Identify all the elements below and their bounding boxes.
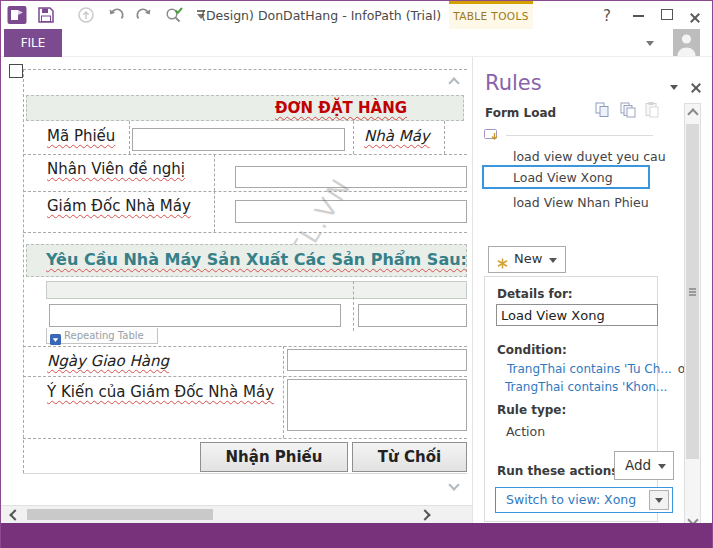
repeating-table-label: Repeating Table bbox=[64, 330, 144, 341]
infopath-app-icon[interactable] bbox=[7, 5, 27, 29]
rule-item-2-selected[interactable]: Load View Xong bbox=[482, 165, 650, 189]
rule-details-group: Details for: Condition: TrangThai contai… bbox=[484, 276, 658, 522]
giam-doc-input[interactable] bbox=[235, 200, 467, 223]
maximize-button[interactable] bbox=[661, 9, 673, 20]
canvas-scroll-up-icon[interactable] bbox=[448, 77, 459, 88]
add-action-label: Add bbox=[625, 457, 651, 473]
grid-h6 bbox=[23, 438, 467, 439]
run-actions-row: Run these actions:* bbox=[497, 460, 629, 479]
grid-h4 bbox=[23, 346, 467, 347]
label-nhan-vien: Nhân Viên đề nghị bbox=[47, 160, 185, 178]
ribbon-options-icon[interactable] bbox=[646, 41, 654, 46]
add-action-button[interactable]: Add bbox=[614, 451, 674, 480]
ma-phieu-input[interactable] bbox=[132, 128, 345, 151]
copy-rule-icon[interactable] bbox=[595, 102, 610, 122]
ngay-giao-input[interactable] bbox=[287, 349, 467, 371]
condition-line-1[interactable]: TrangThai contains 'Tu Ch...or bbox=[507, 362, 690, 376]
rules-section-header: Form Load bbox=[485, 106, 556, 120]
table-select-handle[interactable] bbox=[9, 64, 23, 78]
grid-v6 bbox=[353, 281, 354, 331]
table-tools-label: TABLE TOOLS bbox=[449, 10, 533, 22]
design-checker-icon[interactable] bbox=[164, 6, 184, 29]
horizontal-scrollbar[interactable] bbox=[1, 505, 472, 523]
label-ngay-giao: Ngày Giao Hàng bbox=[47, 352, 169, 370]
reject-button[interactable]: Từ Chối bbox=[352, 442, 467, 472]
tab-file[interactable]: FILE bbox=[4, 29, 62, 57]
paste-rule-icon[interactable] bbox=[645, 101, 659, 122]
grid-v1 bbox=[129, 121, 130, 154]
rule-item-2-label: Load View Xong bbox=[513, 170, 613, 185]
details-for-label: Details for: bbox=[497, 287, 573, 301]
rule-marker-icon bbox=[484, 128, 501, 147]
design-canvas[interactable]: ĐƠN ĐẶT HÀNG Mã Phiếu Nhà Máy Nhân Viên … bbox=[1, 57, 473, 505]
grid-v2 bbox=[353, 121, 354, 154]
rules-pane-scrollbar[interactable] bbox=[684, 103, 701, 533]
window-title: (Design) DonDatHang - InfoPath (Trial) bbox=[201, 8, 421, 23]
new-rule-dropdown-icon bbox=[549, 258, 557, 263]
section-band[interactable]: Yêu Cầu Nhà Máy Sản Xuất Các Sản Phẩm Sa… bbox=[26, 244, 467, 277]
grid-v3 bbox=[444, 121, 445, 154]
table-border-left bbox=[23, 69, 24, 473]
table-tools-accent bbox=[449, 1, 533, 4]
new-rule-button[interactable]: New bbox=[488, 246, 566, 273]
action-listbox[interactable]: Switch to view: Xong bbox=[495, 487, 673, 513]
y-kien-textarea[interactable] bbox=[287, 379, 467, 431]
thumb-grip bbox=[689, 288, 696, 290]
rule-name-input[interactable] bbox=[496, 304, 658, 326]
accept-button[interactable]: Nhận Phiếu bbox=[200, 442, 348, 472]
rule-type-value: Action bbox=[506, 424, 545, 439]
pane-scroll-thumb[interactable] bbox=[686, 124, 699, 459]
rule-type-label: Rule type: bbox=[497, 403, 566, 417]
undo-icon[interactable] bbox=[107, 7, 125, 27]
title-bar: (Design) DonDatHang - InfoPath (Trial) T… bbox=[1, 1, 712, 29]
copy-all-rules-icon[interactable] bbox=[620, 102, 636, 122]
action-combo-button[interactable] bbox=[649, 490, 669, 510]
form-title: ĐƠN ĐẶT HÀNG bbox=[275, 99, 407, 117]
help-button[interactable]: ? bbox=[603, 7, 611, 25]
repeating-row-input-2[interactable] bbox=[358, 304, 467, 327]
grid-v5 bbox=[214, 191, 215, 232]
scroll-right-icon[interactable] bbox=[419, 509, 430, 520]
form-title-band[interactable]: ĐƠN ĐẶT HÀNG bbox=[26, 95, 464, 121]
rule-item-3[interactable]: load View Nhan Phieu bbox=[513, 195, 649, 210]
table-border-bottom bbox=[23, 473, 467, 474]
new-rule-label: New bbox=[514, 251, 542, 266]
rule-item-1[interactable]: load view duyet yeu cau bbox=[513, 149, 666, 164]
rules-pane: Rules Form Load load view duyet yeu cau … bbox=[473, 57, 712, 523]
label-y-kien: Ý Kiến của Giám Đốc Nhà Máy bbox=[47, 383, 274, 401]
repeating-row-input-1[interactable] bbox=[49, 304, 341, 327]
label-nha-may: Nhà Máy bbox=[364, 127, 430, 145]
save-icon[interactable] bbox=[37, 6, 55, 28]
grid-h1 bbox=[23, 154, 467, 155]
scroll-left-icon[interactable] bbox=[9, 509, 20, 520]
minimize-button[interactable] bbox=[633, 15, 644, 17]
avatar[interactable] bbox=[673, 29, 700, 60]
repeating-table-tab[interactable]: Repeating Table bbox=[46, 328, 158, 344]
redo-icon[interactable] bbox=[135, 7, 153, 27]
add-action-dropdown-icon bbox=[658, 464, 666, 469]
rules-divider bbox=[506, 135, 653, 136]
label-giam-doc: Giám Đốc Nhà Máy bbox=[47, 197, 191, 215]
grid-h2 bbox=[23, 191, 467, 192]
repeating-table-header[interactable] bbox=[46, 281, 467, 299]
grid-h3 bbox=[23, 232, 467, 233]
table-border-top bbox=[23, 69, 467, 70]
new-sparkle-icon bbox=[497, 254, 508, 273]
pane-menu-icon[interactable] bbox=[670, 85, 678, 90]
grid-v7 bbox=[283, 346, 284, 438]
pane-scroll-up-icon[interactable] bbox=[687, 108, 698, 119]
condition-1-link[interactable]: TrangThai contains 'Tu Ch... bbox=[507, 362, 672, 376]
section-title: Yêu Cầu Nhà Máy Sản Xuất Các Sản Phẩm Sa… bbox=[46, 250, 467, 269]
action-item-1[interactable]: Switch to view: Xong bbox=[506, 492, 636, 507]
pane-close-icon[interactable] bbox=[690, 82, 702, 94]
grid-h5 bbox=[23, 376, 467, 377]
condition-label: Condition: bbox=[497, 343, 567, 357]
label-ma-phieu: Mã Phiếu bbox=[47, 127, 115, 145]
infopath-window: (Design) DonDatHang - InfoPath (Trial) T… bbox=[0, 0, 713, 548]
close-button[interactable] bbox=[689, 12, 701, 24]
condition-2-link[interactable]: TrangThai contains 'Khon... bbox=[505, 380, 667, 394]
rules-pane-title: Rules bbox=[485, 71, 542, 95]
quick-publish-icon[interactable] bbox=[77, 6, 95, 28]
canvas-scroll-down-icon[interactable] bbox=[448, 479, 459, 490]
horizontal-scroll-thumb[interactable] bbox=[27, 509, 213, 520]
